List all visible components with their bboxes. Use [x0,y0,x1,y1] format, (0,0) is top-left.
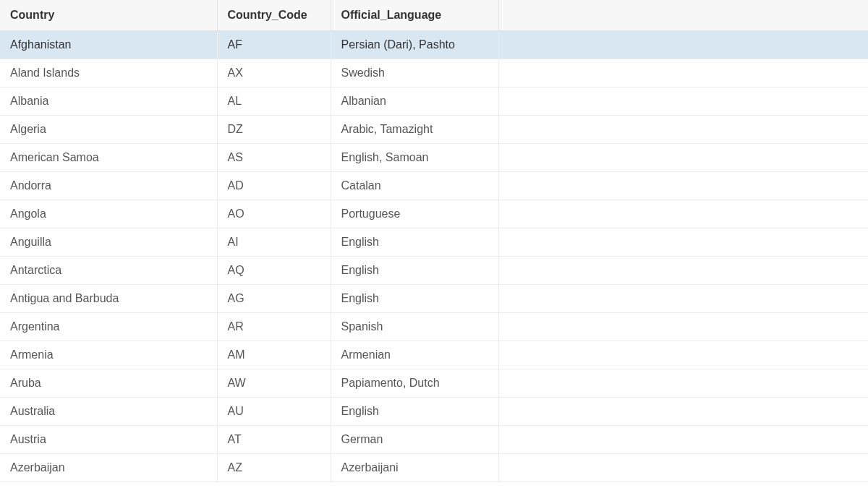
cell-country: Aruba [0,369,217,398]
cell-country: Azerbaijan [0,454,217,482]
table-row[interactable]: Aland IslandsAXSwedish [0,59,868,87]
table-row[interactable]: AntarcticaAQEnglish [0,257,868,285]
table-row[interactable]: AfghanistanAFPersian (Dari), Pashto [0,31,868,59]
cell-empty [498,116,868,144]
column-header-empty [498,0,868,31]
column-header-official-language[interactable]: Official_Language [331,0,498,31]
cell-country: Algeria [0,116,217,144]
cell-official-language: English, Samoan [331,144,498,172]
table-row[interactable]: AustriaATGerman [0,426,868,454]
cell-country-code: DZ [217,116,331,144]
cell-country: Antigua and Barbuda [0,285,217,313]
cell-official-language: English [331,398,498,426]
cell-country-code: AT [217,426,331,454]
cell-official-language: English [331,285,498,313]
cell-country-code: AU [217,398,331,426]
cell-country-code: AS [217,144,331,172]
cell-official-language: Arabic, Tamazight [331,116,498,144]
cell-country-code: AG [217,285,331,313]
table-row[interactable]: ArgentinaARSpanish [0,313,868,341]
cell-official-language: English [331,257,498,285]
cell-official-language: Swedish [331,59,498,87]
table-row[interactable]: AlbaniaALAlbanian [0,87,868,116]
table-row[interactable]: AndorraADCatalan [0,172,868,200]
cell-empty [498,87,868,116]
data-table-container: Country Country_Code Official_Language A… [0,0,868,482]
cell-empty [498,59,868,87]
cell-official-language: Spanish [331,313,498,341]
cell-country-code: AF [217,31,331,59]
table-body: AfghanistanAFPersian (Dari), PashtoAland… [0,31,868,482]
cell-empty [498,257,868,285]
cell-country: Albania [0,87,217,116]
table-row[interactable]: AlgeriaDZArabic, Tamazight [0,116,868,144]
cell-empty [498,341,868,369]
column-header-country[interactable]: Country [0,0,217,31]
cell-country-code: AM [217,341,331,369]
cell-empty [498,228,868,257]
cell-official-language: Persian (Dari), Pashto [331,31,498,59]
table-row[interactable]: AnguillaAIEnglish [0,228,868,257]
cell-empty [498,285,868,313]
cell-country-code: AW [217,369,331,398]
cell-empty [498,369,868,398]
cell-country-code: AI [217,228,331,257]
cell-official-language: Albanian [331,87,498,116]
table-row[interactable]: American SamoaASEnglish, Samoan [0,144,868,172]
table-row[interactable]: AustraliaAUEnglish [0,398,868,426]
table-header: Country Country_Code Official_Language [0,0,868,31]
cell-official-language: Azerbaijani [331,454,498,482]
data-table: Country Country_Code Official_Language A… [0,0,868,482]
table-row[interactable]: AngolaAOPortuguese [0,200,868,228]
cell-empty [498,398,868,426]
cell-empty [498,200,868,228]
cell-country: Anguilla [0,228,217,257]
cell-empty [498,172,868,200]
cell-country: Afghanistan [0,31,217,59]
cell-country: Angola [0,200,217,228]
table-row[interactable]: AzerbaijanAZAzerbaijani [0,454,868,482]
cell-country: Antarctica [0,257,217,285]
cell-country-code: AZ [217,454,331,482]
cell-official-language: Armenian [331,341,498,369]
cell-official-language: English [331,228,498,257]
cell-official-language: German [331,426,498,454]
cell-country-code: AL [217,87,331,116]
table-row[interactable]: ArubaAWPapiamento, Dutch [0,369,868,398]
cell-empty [498,31,868,59]
cell-country-code: AD [217,172,331,200]
column-header-country-code[interactable]: Country_Code [217,0,331,31]
cell-empty [498,426,868,454]
cell-country-code: AR [217,313,331,341]
cell-empty [498,454,868,482]
table-row[interactable]: Antigua and BarbudaAGEnglish [0,285,868,313]
cell-official-language: Portuguese [331,200,498,228]
cell-official-language: Papiamento, Dutch [331,369,498,398]
cell-country-code: AX [217,59,331,87]
cell-empty [498,313,868,341]
cell-country: Argentina [0,313,217,341]
cell-country-code: AQ [217,257,331,285]
cell-country-code: AO [217,200,331,228]
cell-country: Austria [0,426,217,454]
table-row[interactable]: ArmeniaAMArmenian [0,341,868,369]
cell-country: Armenia [0,341,217,369]
cell-country: Australia [0,398,217,426]
cell-country: American Samoa [0,144,217,172]
cell-empty [498,144,868,172]
cell-country: Andorra [0,172,217,200]
cell-official-language: Catalan [331,172,498,200]
cell-country: Aland Islands [0,59,217,87]
table-header-row: Country Country_Code Official_Language [0,0,868,31]
